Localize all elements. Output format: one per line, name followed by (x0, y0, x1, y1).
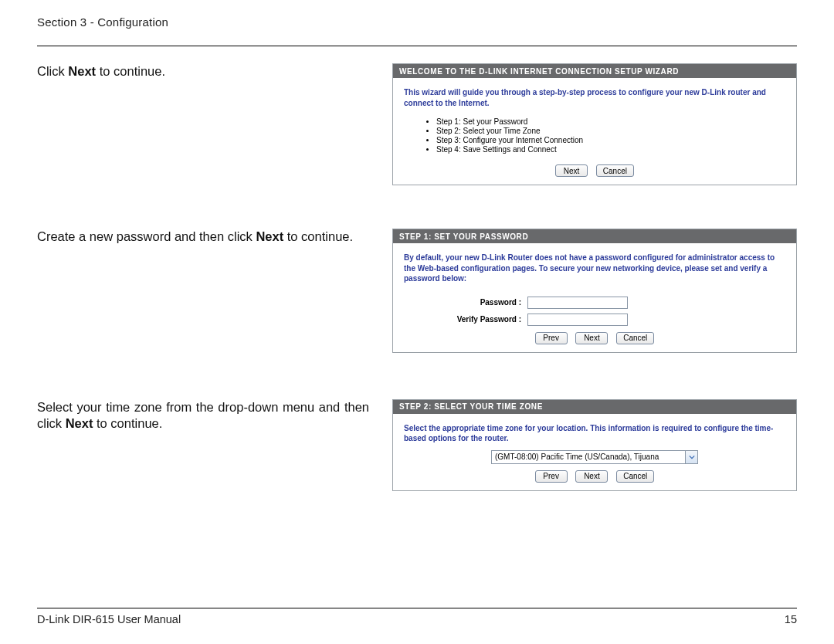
step-item: Step 4: Save Settings and Connect (436, 145, 785, 154)
bold-next: Next (256, 229, 283, 243)
panel-timezone-intro: Select the appropriate time zone for you… (404, 423, 785, 444)
footer-left: D-Link DIR-615 User Manual (37, 613, 181, 625)
panel-welcome-title: WELCOME TO THE D-LINK INTERNET CONNECTIO… (393, 64, 796, 78)
panel-password: STEP 1: SET YOUR PASSWORD By default, yo… (392, 229, 797, 353)
next-button[interactable]: Next (555, 164, 588, 177)
chevron-down-icon (685, 451, 697, 463)
cancel-button[interactable]: Cancel (616, 470, 654, 483)
verify-password-input[interactable] (527, 314, 628, 326)
text: to continue. (96, 64, 165, 78)
row-timezone: Select your time zone from the drop-down… (37, 399, 797, 491)
timezone-value: (GMT-08:00) Pacific Time (US/Canada), Ti… (495, 452, 659, 461)
page-number: 15 (785, 613, 797, 625)
instruction-2: Create a new password and then click Nex… (37, 229, 369, 246)
row-password: Create a new password and then click Nex… (37, 229, 797, 353)
bold-next: Next (68, 64, 96, 78)
next-button[interactable]: Next (575, 470, 608, 483)
text: to continue. (283, 229, 353, 243)
row-welcome: Click Next to continue. WELCOME TO THE D… (37, 63, 797, 185)
panel-password-title: STEP 1: SET YOUR PASSWORD (393, 229, 796, 243)
top-rule (37, 46, 797, 46)
panel-password-intro: By default, your new D-Link Router does … (404, 253, 785, 284)
bottom-rule (37, 608, 797, 608)
step-item: Step 2: Select your Time Zone (436, 127, 785, 135)
panel-timezone: STEP 2: SELECT YOUR TIME ZONE Select the… (392, 399, 797, 491)
prev-button[interactable]: Prev (535, 332, 568, 344)
steps-list: Step 1: Set your Password Step 2: Select… (436, 117, 785, 154)
instruction-1: Click Next to continue. (37, 63, 369, 80)
panel-welcome: WELCOME TO THE D-LINK INTERNET CONNECTIO… (392, 63, 797, 185)
text: to continue. (93, 416, 162, 430)
section-header: Section 3 - Configuration (37, 15, 797, 29)
verify-password-label: Verify Password : (404, 315, 527, 324)
panel-welcome-intro: This wizard will guide you through a ste… (404, 87, 785, 108)
cancel-button[interactable]: Cancel (596, 164, 634, 177)
password-label: Password : (404, 298, 527, 307)
instruction-3: Select your time zone from the drop-down… (37, 399, 369, 433)
prev-button[interactable]: Prev (535, 470, 568, 483)
page-footer: D-Link DIR-615 User Manual 15 (37, 608, 797, 625)
panel-timezone-title: STEP 2: SELECT YOUR TIME ZONE (393, 400, 796, 414)
timezone-select[interactable]: (GMT-08:00) Pacific Time (US/Canada), Ti… (491, 450, 698, 464)
bold-next: Next (66, 416, 93, 430)
step-item: Step 3: Configure your Internet Connecti… (436, 136, 785, 144)
step-item: Step 1: Set your Password (436, 117, 785, 126)
password-input[interactable] (527, 297, 628, 309)
text: Click (37, 64, 68, 78)
text: Create a new password and then click (37, 229, 256, 243)
cancel-button[interactable]: Cancel (616, 332, 654, 344)
next-button[interactable]: Next (575, 332, 608, 344)
